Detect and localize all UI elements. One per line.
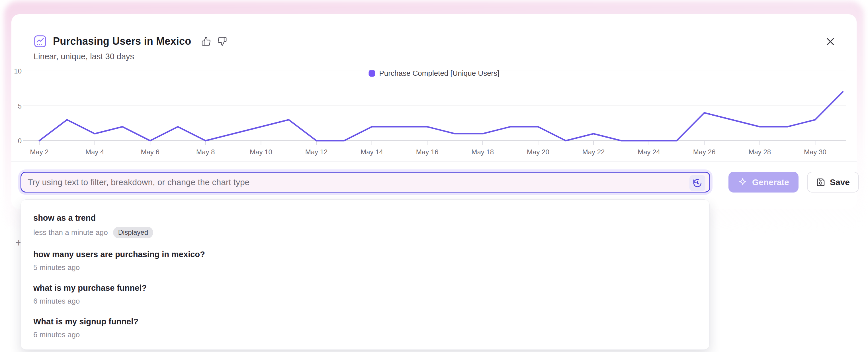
close-icon[interactable]: [825, 36, 836, 47]
history-item-title: how many users are purchasing in mexico?: [33, 250, 697, 259]
thumbs-down-icon[interactable]: [217, 36, 227, 46]
card-divider: [11, 161, 857, 162]
svg-text:May 16: May 16: [416, 148, 439, 156]
history-item-time: 5 minutes ago: [33, 263, 80, 272]
chart-card: Purchasing Users in Mexico Linear, uniqu…: [11, 14, 857, 209]
svg-text:May 4: May 4: [86, 148, 104, 156]
generate-button[interactable]: Generate: [728, 172, 799, 193]
svg-text:May 18: May 18: [471, 148, 494, 156]
thumbs-up-icon[interactable]: [202, 36, 211, 46]
displayed-badge: Displayed: [113, 227, 153, 238]
save-label: Save: [830, 178, 850, 187]
svg-text:May 8: May 8: [196, 148, 215, 156]
history-item-time: 6 minutes ago: [33, 330, 80, 339]
svg-text:10: 10: [14, 67, 22, 75]
svg-text:May 6: May 6: [141, 148, 159, 156]
svg-text:5: 5: [18, 102, 22, 110]
svg-text:May 14: May 14: [361, 148, 383, 156]
svg-text:May 12: May 12: [305, 148, 328, 156]
history-item-title: show as a trend: [33, 213, 697, 223]
history-dropdown: show as a trend less than a minute ago D…: [21, 199, 710, 350]
svg-text:May 22: May 22: [582, 148, 605, 156]
feedback-buttons: [202, 36, 227, 46]
history-item[interactable]: what is my purchase funnel? 6 minutes ag…: [21, 278, 709, 311]
history-item-subrow: less than a minute ago Displayed: [33, 227, 697, 238]
svg-text:May 2: May 2: [30, 148, 49, 156]
history-button[interactable]: [689, 175, 705, 191]
history-item[interactable]: show as a trend less than a minute ago D…: [21, 207, 709, 244]
history-icon: [692, 178, 702, 188]
history-item[interactable]: What is my signup funnel? 6 minutes ago: [21, 311, 709, 345]
card-header: Purchasing Users in Mexico: [34, 35, 227, 48]
svg-text:0: 0: [18, 137, 22, 145]
history-item-subrow: 5 minutes ago: [33, 263, 697, 272]
save-icon: [816, 178, 825, 187]
history-item-title: What is my signup funnel?: [33, 317, 697, 326]
line-chart-icon: [34, 35, 47, 48]
svg-text:May 30: May 30: [804, 148, 827, 156]
svg-text:May 28: May 28: [748, 148, 771, 156]
prompt-row: Generate Save: [21, 172, 860, 193]
history-item-subrow: 6 minutes ago: [33, 297, 697, 306]
history-item-subrow: 6 minutes ago: [33, 330, 697, 339]
prompt-box: [21, 172, 710, 193]
page-title: Purchasing Users in Mexico: [53, 35, 191, 47]
svg-text:May 24: May 24: [638, 148, 660, 156]
line-chart: 0510May 2May 4May 6May 8May 10May 12May …: [11, 54, 857, 168]
sparkle-icon: [738, 178, 748, 187]
page: Purchasing Users in Mexico Linear, uniqu…: [0, 0, 868, 352]
history-item-time: 6 minutes ago: [33, 297, 80, 306]
svg-text:May 20: May 20: [527, 148, 549, 156]
history-item[interactable]: how many users are purchasing in mexico?…: [21, 244, 709, 278]
save-button[interactable]: Save: [807, 172, 859, 193]
history-item-time: less than a minute ago: [33, 228, 108, 237]
svg-text:May 26: May 26: [693, 148, 716, 156]
generate-label: Generate: [752, 178, 789, 187]
history-item-title: what is my purchase funnel?: [33, 283, 697, 293]
prompt-input[interactable]: [21, 172, 709, 192]
svg-text:May 10: May 10: [250, 148, 272, 156]
